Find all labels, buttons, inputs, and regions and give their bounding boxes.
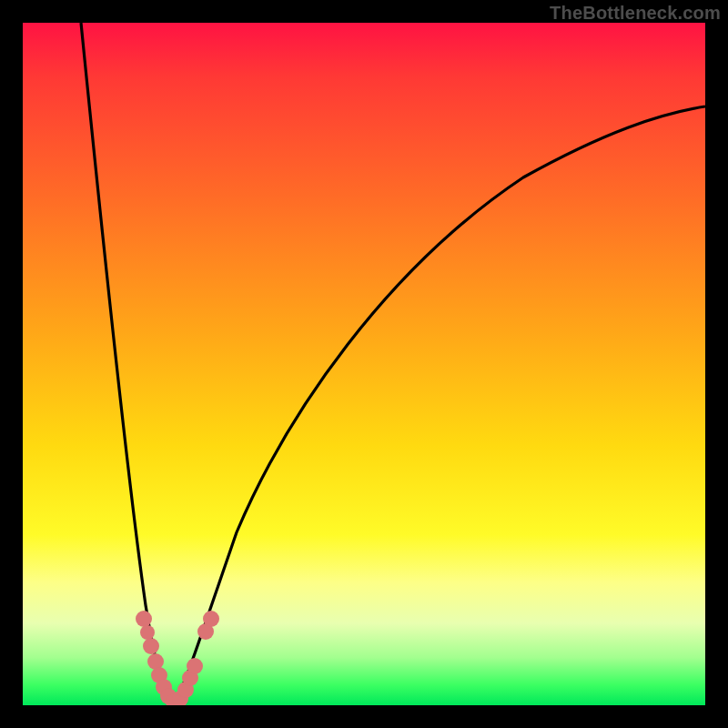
curve-right-branch <box>173 106 705 703</box>
marker-dot <box>143 638 159 654</box>
marker-dot <box>140 625 155 640</box>
marker-cluster <box>136 611 219 705</box>
watermark-text: TheBottleneck.com <box>550 3 721 24</box>
outer-frame: TheBottleneck.com <box>0 0 728 728</box>
marker-dot <box>203 611 219 627</box>
marker-dot <box>187 658 203 674</box>
marker-dot <box>136 611 152 627</box>
plot-area <box>23 23 705 705</box>
bottleneck-curve-svg <box>23 23 705 705</box>
curve-left-branch <box>81 23 173 703</box>
